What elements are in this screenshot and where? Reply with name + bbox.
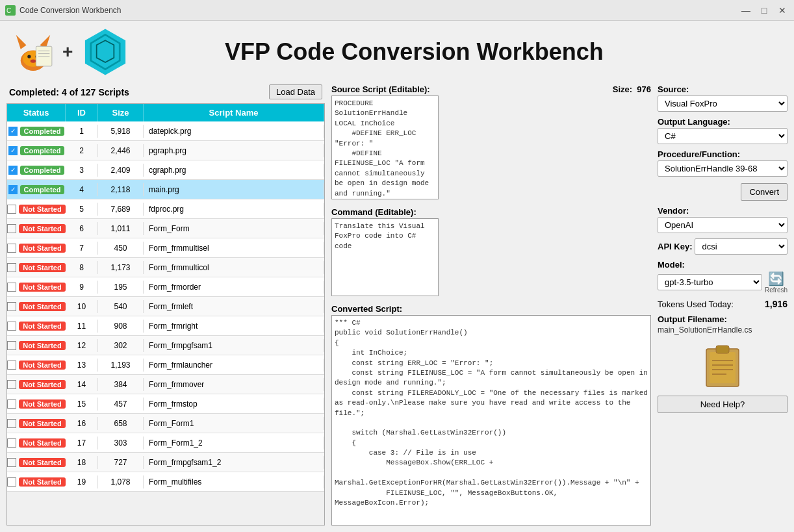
table-row[interactable]: Not Started11908Form_frmright [7, 316, 324, 336]
svg-marker-3 [16, 35, 27, 49]
row-checkbox[interactable] [7, 302, 16, 311]
clipboard-container [658, 340, 788, 390]
main-content: Completed: 4 of 127 Scripts Load Data St… [0, 78, 794, 532]
id-cell: 2 [66, 144, 98, 157]
size-cell: 450 [98, 242, 144, 255]
converted-textarea[interactable] [331, 315, 651, 526]
row-checkbox[interactable] [8, 185, 18, 194]
row-checkbox[interactable] [7, 458, 16, 467]
row-checkbox[interactable] [7, 244, 16, 253]
table-row[interactable]: Not Started12302Form_frmpgfsam1 [7, 336, 324, 355]
need-help-button[interactable]: Need Help? [658, 396, 788, 413]
row-checkbox[interactable] [7, 438, 16, 448]
command-section: Command (Editable): [331, 207, 651, 299]
row-checkbox[interactable] [7, 283, 16, 292]
svg-rect-18 [716, 346, 729, 353]
size-cell: 384 [98, 378, 144, 391]
procedure-label: Procedure/Function: [658, 149, 788, 159]
row-checkbox[interactable] [7, 322, 16, 331]
name-cell: Form_frmmulticol [144, 261, 324, 274]
source-select[interactable]: Visual FoxPro [658, 95, 788, 112]
table-row[interactable]: Not Started14384Form_frmmover [7, 375, 324, 394]
table-row[interactable]: Completed32,409cgraph.prg [7, 160, 324, 180]
name-cell: pgraph.prg [144, 144, 324, 157]
vendor-select[interactable]: OpenAI [658, 217, 788, 233]
completed-label: Completed: [9, 87, 59, 97]
close-button[interactable]: ✕ [776, 4, 789, 17]
load-data-button[interactable]: Load Data [269, 84, 322, 99]
status-badge: Not Started [19, 302, 65, 311]
row-checkbox[interactable] [8, 146, 18, 155]
title-bar-text: Code Conversion Workbench [19, 6, 122, 15]
table-row[interactable]: Not Started17303Form_Form1_2 [7, 433, 324, 453]
size-cell: 2,446 [98, 144, 144, 157]
status-badge: Completed [20, 127, 65, 136]
of-text: of [70, 87, 78, 97]
row-checkbox[interactable] [7, 399, 16, 409]
model-select[interactable]: gpt-3.5-turbo [658, 274, 762, 290]
table-row[interactable]: Not Started191,078Form_multifiles [7, 472, 324, 492]
minimize-button[interactable]: — [739, 4, 752, 17]
status-badge: Not Started [19, 438, 65, 448]
status-badge: Completed [20, 185, 65, 194]
convert-button[interactable]: Convert [741, 183, 788, 201]
table-header: Status ID Size Script Name [7, 104, 324, 121]
table-row[interactable]: Not Started10540Form_frmleft [7, 297, 324, 316]
vendor-label: Vendor: [658, 206, 788, 216]
row-checkbox[interactable] [7, 361, 16, 370]
row-checkbox[interactable] [7, 263, 16, 272]
refresh-label: Refresh [765, 286, 788, 294]
command-textarea[interactable] [331, 218, 439, 296]
row-checkbox[interactable] [7, 477, 16, 487]
id-cell: 9 [66, 281, 98, 294]
row-checkbox[interactable] [8, 166, 18, 175]
status-badge: Completed [20, 146, 65, 155]
vendor-field: Vendor: OpenAI [658, 206, 788, 233]
refresh-button[interactable]: 🔄 Refresh [765, 271, 788, 294]
row-checkbox[interactable] [8, 127, 18, 136]
procedure-select[interactable]: SolutionErrHandle 39-68 [658, 160, 788, 177]
status-cell: Not Started [7, 475, 66, 488]
table-row[interactable]: Completed42,118main.prg [7, 180, 324, 199]
model-label: Model: [658, 260, 788, 270]
row-checkbox[interactable] [7, 224, 16, 233]
table-row[interactable]: Not Started16658Form_Form1 [7, 414, 324, 433]
stats-bar: Completed: 4 of 127 Scripts Load Data [6, 84, 325, 99]
row-checkbox[interactable] [7, 341, 16, 350]
source-script-section: Source Script (Editable): Size: 976 [331, 84, 651, 202]
table-row[interactable]: Not Started7450Form_frmmultisel [7, 238, 324, 258]
output-language-field: Output Language: C# [658, 117, 788, 144]
table-row[interactable]: Completed22,446pgraph.prg [7, 141, 324, 160]
id-cell: 11 [66, 320, 98, 333]
table-row[interactable]: Not Started81,173Form_frmmulticol [7, 258, 324, 277]
refresh-icon: 🔄 [768, 271, 784, 286]
api-key-select[interactable]: dcsi [695, 238, 788, 255]
table-row[interactable]: Not Started15457Form_frmstop [7, 394, 324, 414]
table-row[interactable]: Not Started9195Form_frmorder [7, 277, 324, 297]
size-cell: 908 [98, 320, 144, 333]
table-row[interactable]: Not Started18727Form_frmpgfsam1_2 [7, 453, 324, 472]
app-title: VFP Code Conversion Workbench [225, 38, 604, 66]
table-body[interactable]: Completed15,918datepick.prgCompleted22,4… [7, 121, 324, 525]
table-row[interactable]: Not Started61,011Form_Form [7, 219, 324, 238]
size-cell: 1,193 [98, 359, 144, 372]
col-status: Status [7, 104, 66, 121]
maximize-button[interactable]: □ [758, 4, 771, 17]
logo-area: + [10, 26, 218, 78]
table-row[interactable]: Not Started57,689fdproc.prg [7, 199, 324, 219]
tokens-row: Tokens Used Today: 1,916 [658, 299, 788, 309]
output-filename-label: Output Filename: [658, 314, 788, 324]
status-badge: Not Started [19, 361, 65, 370]
id-cell: 1 [66, 125, 98, 138]
table-row[interactable]: Completed15,918datepick.prg [7, 121, 324, 141]
model-row: gpt-3.5-turbo 🔄 Refresh [658, 271, 788, 294]
row-checkbox[interactable] [7, 419, 16, 428]
name-cell: Form_Form [144, 222, 324, 235]
svg-rect-17 [710, 352, 736, 383]
table-row[interactable]: Not Started131,193Form_frmlauncher [7, 355, 324, 375]
row-checkbox[interactable] [7, 380, 16, 389]
source-script-textarea[interactable] [331, 95, 439, 199]
id-cell: 3 [66, 164, 98, 177]
row-checkbox[interactable] [7, 205, 16, 214]
output-language-select[interactable]: C# [658, 128, 788, 144]
